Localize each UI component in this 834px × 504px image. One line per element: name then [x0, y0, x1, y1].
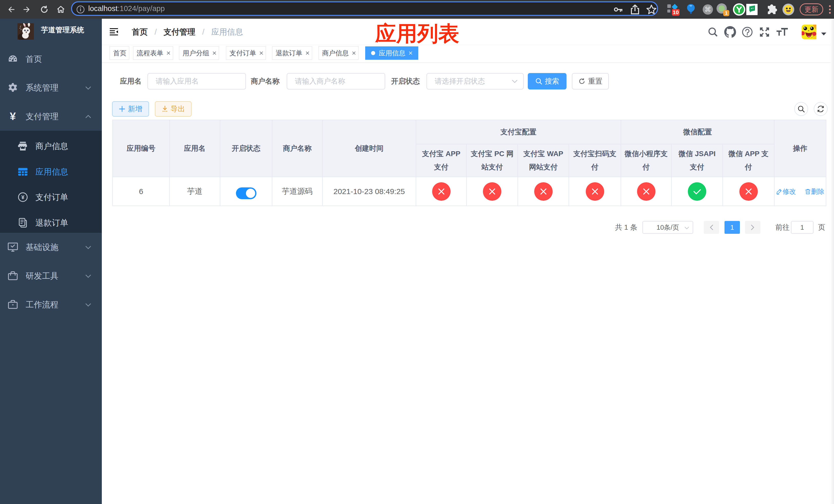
svg-text:10: 10	[673, 9, 679, 15]
svg-text:¥: ¥	[21, 194, 25, 201]
svg-text:1: 1	[725, 10, 728, 16]
svg-text:⌘: ⌘	[704, 6, 711, 13]
